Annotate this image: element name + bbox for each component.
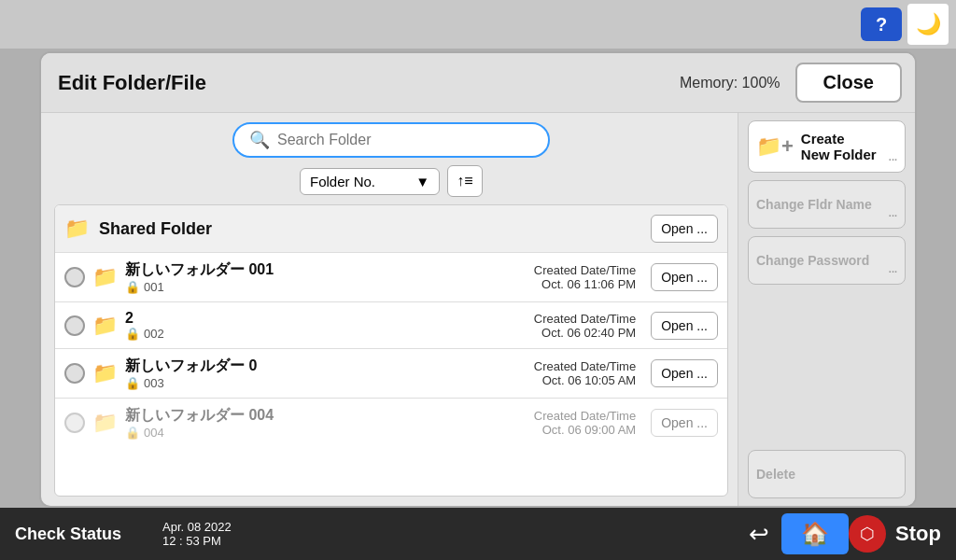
folder-num-1: 002: [144, 327, 164, 341]
folder-num-3: 004: [144, 426, 164, 440]
top-bar: ? 🌙: [0, 0, 956, 49]
list-item: 📁 新しいフォルダー 0 🔒 003 Created Date/Time Oct…: [55, 349, 727, 399]
folder-info-2: 新しいフォルダー 0 🔒 003: [125, 357, 527, 390]
stop-inner-icon: ⬡: [860, 524, 875, 544]
lock-icon-2: 🔒: [125, 376, 140, 390]
folder-radio-2[interactable]: [64, 363, 85, 384]
change-password-button[interactable]: Change Password ...: [748, 236, 906, 285]
search-bar: 🔍: [54, 122, 728, 158]
memory-label: Memory: 100%: [680, 75, 780, 91]
list-item: 📁 新しいフォルダー 001 🔒 001 Created Date/Time O…: [55, 253, 727, 302]
folder-sort-dropdown[interactable]: Folder No. ▼: [300, 168, 440, 195]
change-name-label: Change Fldr Name: [756, 197, 881, 212]
sort-bar: Folder No. ▼ ↑≡: [54, 165, 728, 197]
search-wrapper: 🔍: [232, 122, 550, 158]
folder-info-3: 新しいフォルダー 004 🔒 004: [125, 406, 527, 440]
dialog-title: Edit Folder/File: [58, 71, 206, 95]
folder-info-1: 2 🔒 002: [125, 310, 527, 341]
change-password-label: Change Password: [756, 253, 881, 268]
search-icon: 🔍: [249, 130, 270, 150]
lock-icon-1: 🔒: [125, 327, 140, 341]
folder-open-button-1[interactable]: Open ...: [651, 312, 718, 340]
check-status-label[interactable]: Check Status: [15, 525, 155, 544]
folder-num-2: 003: [144, 376, 164, 390]
change-password-dots: ...: [889, 263, 897, 274]
search-input[interactable]: [277, 132, 533, 148]
folder-date-3: Created Date/Time Oct. 06 09:00 AM: [534, 409, 636, 437]
folder-icon-0: 📁: [92, 265, 118, 289]
folder-open-button-3[interactable]: Open ...: [651, 409, 718, 437]
list-item: 📁 2 🔒 002 Created Date/Time Oct. 06 02:4…: [55, 302, 727, 349]
right-panel: 📁+ CreateNew Folder ... Change Fldr Name…: [738, 113, 915, 506]
list-item: 📁 新しいフォルダー 004 🔒 004 Created Date/Time O…: [55, 399, 727, 447]
folder-name-2: 新しいフォルダー 0: [125, 357, 527, 376]
edit-folder-dialog: Edit Folder/File Memory: 100% Close 🔍 Fo…: [39, 51, 917, 508]
folder-open-button-2[interactable]: Open ...: [651, 359, 718, 387]
sort-order-icon: ↑≡: [457, 173, 472, 189]
left-panel: 🔍 Folder No. ▼ ↑≡ 📁 Shared Fol: [41, 113, 738, 506]
delete-label: Delete: [756, 467, 897, 482]
folder-num-0: 001: [144, 280, 164, 294]
folder-icon-1: 📁: [92, 314, 118, 338]
moon-icon: 🌙: [916, 12, 941, 36]
stop-label[interactable]: Stop: [895, 522, 941, 546]
moon-button[interactable]: 🌙: [907, 4, 949, 45]
help-button[interactable]: ?: [861, 7, 902, 41]
create-new-folder-button[interactable]: 📁+ CreateNew Folder ...: [748, 120, 906, 173]
delete-button[interactable]: Delete: [748, 450, 906, 498]
folder-date-1: Created Date/Time Oct. 06 02:40 PM: [534, 312, 636, 340]
help-icon: ?: [876, 14, 887, 35]
close-button[interactable]: Close: [795, 63, 902, 103]
folder-info-0: 新しいフォルダー 001 🔒 001: [125, 260, 527, 294]
date-label: Apr. 08 2022: [162, 520, 256, 534]
create-folder-icon: 📁+: [756, 134, 794, 159]
time-label: 12 : 53 PM: [162, 534, 256, 548]
folder-radio-1[interactable]: [64, 315, 85, 336]
folder-date-2: Created Date/Time Oct. 06 10:05 AM: [534, 359, 636, 387]
folder-radio-3[interactable]: [64, 413, 85, 433]
folder-icon-3: 📁: [92, 411, 118, 435]
create-folder-dots: ...: [889, 151, 897, 162]
change-folder-name-button[interactable]: Change Fldr Name ...: [748, 180, 906, 229]
stop-area: ⬡ Stop: [849, 515, 941, 553]
lock-icon-0: 🔒: [125, 280, 140, 294]
lock-icon-3: 🔒: [125, 426, 140, 440]
bottom-bar: Check Status Apr. 08 2022 12 : 53 PM ↩ 🏠…: [0, 508, 956, 560]
folder-name-0: 新しいフォルダー 001: [125, 260, 527, 280]
change-name-dots: ...: [889, 207, 897, 218]
shared-folder-name: Shared Folder: [99, 219, 641, 239]
shared-folder-icon: 📁: [64, 217, 90, 241]
folder-list: 📁 Shared Folder Open ... 📁 新しいフォルダー 001 …: [54, 204, 728, 497]
folder-radio-0[interactable]: [64, 267, 85, 287]
shared-folder-open-button[interactable]: Open ...: [651, 215, 718, 243]
sort-order-button[interactable]: ↑≡: [447, 165, 483, 197]
folder-icon-2: 📁: [92, 361, 118, 385]
folder-name-1: 2: [125, 310, 527, 327]
datetime-display: Apr. 08 2022 12 : 53 PM: [162, 520, 256, 548]
create-folder-label: CreateNew Folder: [801, 131, 881, 162]
folder-name-3: 新しいフォルダー 004: [125, 406, 527, 426]
folder-date-0: Created Date/Time Oct. 06 11:06 PM: [534, 263, 636, 291]
back-button[interactable]: ↩: [737, 513, 781, 554]
back-icon: ↩: [749, 520, 769, 549]
stop-circle-icon[interactable]: ⬡: [849, 515, 886, 553]
home-button[interactable]: 🏠: [781, 513, 849, 554]
dropdown-arrow-icon: ▼: [415, 174, 429, 189]
shared-folder-row: 📁 Shared Folder Open ...: [55, 205, 727, 253]
dialog-body: 🔍 Folder No. ▼ ↑≡ 📁 Shared Fol: [41, 113, 915, 506]
dialog-header: Edit Folder/File Memory: 100% Close: [41, 53, 915, 113]
sort-label: Folder No.: [310, 174, 375, 189]
home-icon: 🏠: [801, 521, 829, 547]
folder-open-button-0[interactable]: Open ...: [651, 263, 718, 291]
